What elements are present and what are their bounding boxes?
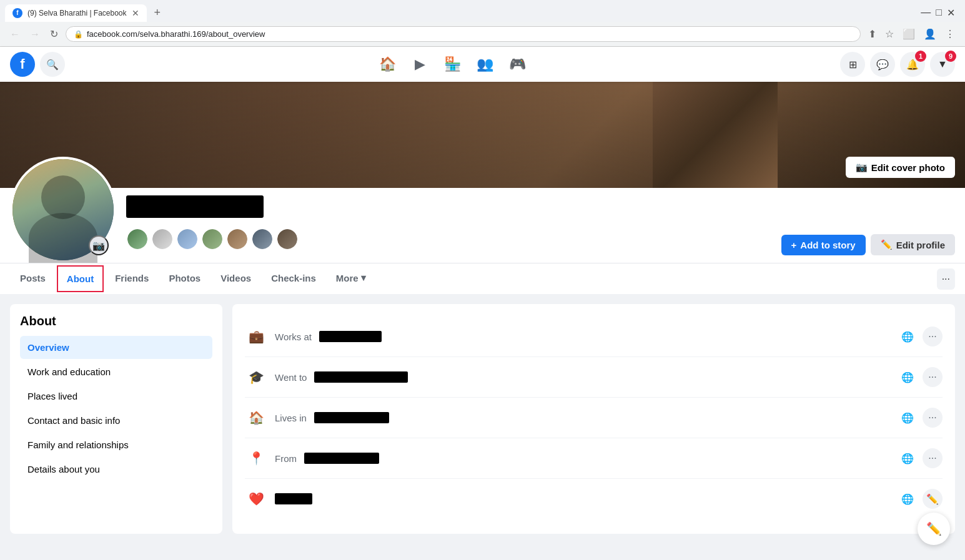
relationship-icon: ❤️ xyxy=(245,488,267,510)
sidebar-item-family-relationships[interactable]: Family and relationships xyxy=(20,433,212,456)
notification-badge: 1 xyxy=(915,51,926,62)
messenger-button[interactable]: 💬 xyxy=(870,52,895,77)
relationship-edit-button[interactable]: ✏️ xyxy=(923,489,943,509)
window-maximize-icon[interactable]: □ xyxy=(936,7,942,19)
friend-avatar-3 xyxy=(176,228,199,250)
relationship-actions: 🌐 ✏️ xyxy=(898,489,943,509)
groups-nav-button[interactable]: 👥 xyxy=(470,49,500,79)
tabs-overflow-button[interactable]: ··· xyxy=(937,268,955,290)
profile-icon[interactable]: 👤 xyxy=(921,26,939,42)
watch-nav-button[interactable]: ▶ xyxy=(405,49,435,79)
window-close-icon[interactable]: ✕ xyxy=(947,7,955,19)
relationship-text xyxy=(275,493,890,504)
tab-about[interactable]: About xyxy=(57,265,104,292)
lives-in-value xyxy=(314,412,389,423)
avatar-camera-button[interactable]: 📷 xyxy=(89,235,109,255)
works-at-privacy-button[interactable]: 🌐 xyxy=(898,327,918,346)
floating-edit-button[interactable]: ✏️ xyxy=(918,513,950,544)
account-menu-button[interactable]: ▼ 9 xyxy=(930,52,955,77)
lives-in-icon: 🏠 xyxy=(245,406,267,429)
profile-name-block xyxy=(126,195,264,218)
works-at-text: Works at xyxy=(275,331,890,342)
went-to-more-button[interactable]: ··· xyxy=(923,367,943,387)
sidebar-item-places-lived[interactable]: Places lived xyxy=(20,385,212,408)
tab-friends[interactable]: Friends xyxy=(105,264,159,294)
sidebar-item-details-about[interactable]: Details about you xyxy=(20,458,212,481)
plus-icon: + xyxy=(791,240,797,250)
back-button[interactable]: ← xyxy=(7,26,22,42)
about-row-works-at: 💼 Works at 🌐 ··· xyxy=(245,317,943,357)
from-value xyxy=(304,453,379,464)
friend-avatar-4 xyxy=(201,228,224,250)
friend-avatar-img-1 xyxy=(127,229,147,249)
bookmark-icon[interactable]: ☆ xyxy=(883,26,896,42)
sidebar-item-contact-basic[interactable]: Contact and basic info xyxy=(20,409,212,432)
refresh-button[interactable]: ↻ xyxy=(47,26,61,42)
tab-videos[interactable]: Videos xyxy=(210,264,261,294)
browser-action-buttons: ⬆ ☆ ⬜ 👤 ⋮ xyxy=(866,26,958,42)
lives-in-more-button[interactable]: ··· xyxy=(923,408,943,428)
went-to-privacy-button[interactable]: 🌐 xyxy=(898,367,918,387)
account-badge: 9 xyxy=(945,51,956,62)
tab-posts[interactable]: Posts xyxy=(10,264,56,294)
from-actions: 🌐 ··· xyxy=(898,448,943,468)
apps-grid-button[interactable]: ⊞ xyxy=(840,52,865,77)
address-bar[interactable]: 🔒 facebook.com/selva.bharathi.169/about_… xyxy=(66,26,861,42)
from-text: From xyxy=(275,453,890,464)
topnav-left: f 🔍 xyxy=(10,52,65,77)
search-button[interactable]: 🔍 xyxy=(40,52,65,77)
about-row-from: 📍 From 🌐 ··· xyxy=(245,438,943,479)
facebook-topnav: f 🔍 🏠 ▶ 🏪 👥 🎮 ⊞ 💬 🔔 1 ▼ 9 xyxy=(0,47,965,82)
topnav-right: ⊞ 💬 🔔 1 ▼ 9 xyxy=(840,52,955,77)
went-to-icon: 🎓 xyxy=(245,366,267,388)
sidebar-item-overview[interactable]: Overview xyxy=(20,336,212,359)
sidebar-item-work-education[interactable]: Work and education xyxy=(20,360,212,383)
about-row-relationship: ❤️ 🌐 ✏️ xyxy=(245,479,943,519)
tab-more[interactable]: More ▾ xyxy=(326,263,376,294)
window-controls: — □ ✕ xyxy=(921,7,960,19)
share-icon[interactable]: ⬆ xyxy=(866,26,879,42)
friend-avatar-img-3 xyxy=(177,229,197,249)
friend-avatar-5 xyxy=(226,228,249,250)
menu-icon[interactable]: ⋮ xyxy=(943,26,958,42)
friend-avatar-img-5 xyxy=(227,229,247,249)
marketplace-nav-button[interactable]: 🏪 xyxy=(438,49,468,79)
tab-close-btn[interactable]: ✕ xyxy=(132,8,139,18)
relationship-privacy-button[interactable]: 🌐 xyxy=(898,489,918,509)
works-at-more-button[interactable]: ··· xyxy=(923,327,943,346)
tab-photos[interactable]: Photos xyxy=(159,264,210,294)
relationship-value xyxy=(275,493,312,504)
edit-profile-button[interactable]: ✏️ Edit profile xyxy=(871,234,955,255)
pencil-icon: ✏️ xyxy=(881,239,893,250)
from-privacy-button[interactable]: 🌐 xyxy=(898,448,918,468)
extensions-icon[interactable]: ⬜ xyxy=(900,26,918,42)
from-more-button[interactable]: ··· xyxy=(923,448,943,468)
window-minimize-icon[interactable]: — xyxy=(921,7,931,19)
profile-info-row: 📷 + Add to story ✏️ Edit profile xyxy=(0,157,965,263)
lives-in-label: Lives in xyxy=(275,413,307,423)
lives-in-privacy-button[interactable]: 🌐 xyxy=(898,408,918,428)
browser-chrome: f (9) Selva Bharathi | Facebook ✕ + — □ … xyxy=(0,0,965,47)
notifications-button[interactable]: 🔔 1 xyxy=(900,52,925,77)
gaming-nav-button[interactable]: 🎮 xyxy=(503,49,533,79)
went-to-label: Went to xyxy=(275,372,307,383)
main-content: About Overview Work and education Places… xyxy=(0,294,965,544)
facebook-logo[interactable]: f xyxy=(10,52,35,77)
new-tab-button[interactable]: + xyxy=(149,4,166,22)
about-row-lives-in: 🏠 Lives in 🌐 ··· xyxy=(245,398,943,438)
works-at-actions: 🌐 ··· xyxy=(898,327,943,346)
add-to-story-button[interactable]: + Add to story xyxy=(781,235,866,255)
home-nav-button[interactable]: 🏠 xyxy=(373,49,403,79)
went-to-actions: 🌐 ··· xyxy=(898,367,943,387)
browser-tab-active[interactable]: f (9) Selva Bharathi | Facebook ✕ xyxy=(5,4,147,22)
floating-edit-icon: ✏️ xyxy=(926,521,942,536)
browser-tab-bar: f (9) Selva Bharathi | Facebook ✕ + — □ … xyxy=(0,0,965,22)
tab-checkins[interactable]: Check-ins xyxy=(261,264,326,294)
forward-button[interactable]: → xyxy=(27,26,42,42)
profile-action-buttons: + Add to story ✏️ Edit profile xyxy=(781,234,955,263)
about-sidebar: About Overview Work and education Places… xyxy=(10,304,222,534)
friend-avatar-img-2 xyxy=(152,229,172,249)
add-story-label: Add to story xyxy=(800,240,855,250)
lives-in-actions: 🌐 ··· xyxy=(898,408,943,428)
edit-profile-label: Edit profile xyxy=(896,240,945,250)
